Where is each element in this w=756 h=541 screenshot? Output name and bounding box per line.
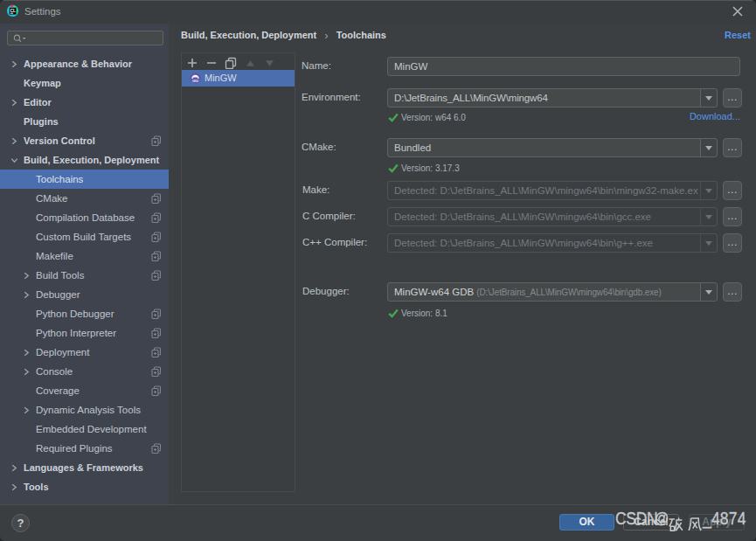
- svg-text:CL: CL: [10, 8, 17, 13]
- svg-text:GNU: GNU: [192, 80, 199, 83]
